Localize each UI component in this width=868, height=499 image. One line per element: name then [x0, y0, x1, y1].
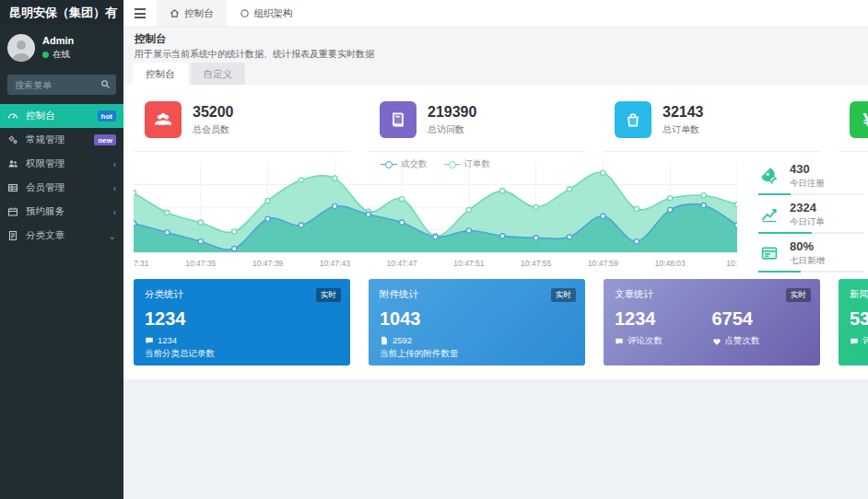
- brand-title: 昆明安保（集团）有: [0, 0, 123, 26]
- comment-icon: [615, 337, 624, 346]
- chart-legend: 成交数 订单数: [134, 158, 737, 170]
- card-icon: [758, 242, 780, 264]
- circle-icon: [240, 8, 250, 18]
- rocket-icon: [758, 165, 780, 187]
- search-icon[interactable]: [100, 79, 111, 89]
- heart-icon: [712, 337, 721, 346]
- side-stat-registrations: 430 今日注册: [751, 157, 868, 195]
- sidebar-item-booking[interactable]: 预约服务 ‹: [0, 200, 123, 224]
- sidebar-item-members[interactable]: 会员管理 ‹: [0, 176, 123, 200]
- sidebar-menu: 控制台 hot 常规管理 new: [0, 104, 123, 248]
- nav-tab-dashboard[interactable]: 控制台: [157, 0, 227, 27]
- card-value: 530: [850, 308, 868, 330]
- card-attachment-stats: 附件统计 实时 1043 2592 当前上传的附件数量: [369, 279, 585, 366]
- sidebar-item-label: 分类文章: [26, 229, 65, 242]
- card-sub-value: 2592: [393, 335, 412, 345]
- card-article-stats: 文章统计 实时 1234 评论次数 6754: [604, 279, 820, 366]
- page-header: 控制台 用于展示当前系统中的统计数据、统计报表及重要实时数据: [123, 28, 868, 59]
- card-sub-label: 点赞次数: [725, 335, 760, 347]
- side-stats: 430 今日注册 2324 今日订单: [751, 157, 868, 273]
- sidebar-item-label: 控制台: [26, 110, 55, 122]
- cogs-icon: [7, 134, 20, 145]
- user-name: Admin: [42, 35, 74, 46]
- nav-tab-organization[interactable]: 组织架构: [227, 0, 306, 27]
- sidebar-item-label: 预约服务: [26, 205, 65, 218]
- realtime-badge: 实时: [786, 288, 811, 302]
- realtime-badge: 实时: [316, 288, 341, 302]
- svg-text:10:47:35: 10:47:35: [185, 259, 216, 268]
- hot-badge: hot: [98, 110, 116, 122]
- users-icon: [7, 158, 20, 169]
- bottom-cards-row: 分类统计 实时 1234 1234 当前分类总记录数 附件统计 实时 1043 …: [134, 279, 868, 366]
- card-sub-label: 评论次数: [628, 335, 663, 347]
- user-panel[interactable]: Admin 在线: [0, 26, 123, 71]
- chart-line-icon: [758, 203, 780, 226]
- book-icon: [380, 101, 416, 138]
- legend-item-orders[interactable]: 订单数: [444, 158, 491, 170]
- stat-label: 总访问数: [428, 123, 476, 136]
- cny-icon: ¥: [850, 101, 868, 138]
- avatar: [7, 34, 35, 62]
- file-icon: [380, 336, 389, 345]
- user-status: 在线: [42, 49, 74, 61]
- sidebar-item-permissions[interactable]: 权限管理 ‹: [0, 152, 123, 176]
- side-stat-label: 今日订单: [790, 216, 825, 228]
- sidebar-item-label: 会员管理: [26, 181, 65, 194]
- card-title: 文章统计: [615, 288, 809, 301]
- content-tabs: 控制台 自定义: [123, 59, 868, 85]
- side-stat-value: 80%: [790, 239, 825, 253]
- orders-chart[interactable]: 成交数 订单数 7:3110:47:3510:47:3910:47:4310:4…: [134, 157, 737, 269]
- tab-custom[interactable]: 自定义: [191, 63, 246, 85]
- chevron-left-icon: ‹: [113, 207, 116, 217]
- legend-marker-icon: [381, 161, 397, 168]
- person-icon: [10, 38, 32, 62]
- side-stat-value: 2324: [790, 201, 825, 215]
- stat-value: 32143: [663, 104, 704, 121]
- svg-text:10:47:47: 10:47:47: [387, 259, 417, 268]
- comment-icon: [145, 336, 154, 345]
- realtime-badge: 实时: [551, 288, 576, 302]
- sidebar-item-general[interactable]: 常规管理 new: [0, 128, 123, 152]
- sidebar-item-articles[interactable]: 分类文章 ⌄: [0, 224, 123, 248]
- legend-label: 订单数: [464, 158, 491, 170]
- online-dot-icon: [42, 52, 49, 58]
- card-value: 6754: [712, 308, 810, 330]
- svg-text:7:31: 7:31: [134, 259, 149, 268]
- svg-text:10:47:59: 10:47:59: [588, 259, 618, 268]
- side-stat-orders-today: 2324 今日订单: [751, 195, 868, 234]
- progress-track: [758, 271, 864, 273]
- svg-text:10:48:03: 10:48:03: [655, 259, 686, 268]
- svg-text:10:48:: 10:48:: [726, 259, 737, 268]
- card-value: 1043: [380, 308, 574, 330]
- sidebar-item-dashboard[interactable]: 控制台 hot: [0, 104, 123, 128]
- card-desc: 当前分类总记录数: [145, 348, 339, 360]
- chevron-left-icon: ‹: [113, 159, 116, 169]
- stat-value: 35200: [193, 104, 234, 121]
- hamburger-menu-icon[interactable]: [123, 0, 157, 27]
- legend-item-deals[interactable]: 成交数: [381, 158, 428, 170]
- home-icon: [170, 8, 180, 18]
- svg-text:10:47:51: 10:47:51: [453, 259, 484, 268]
- legend-label: 成交数: [401, 158, 428, 170]
- sidebar-item-label: 权限管理: [26, 157, 65, 170]
- stat-card-orders: 32143 总订单数: [604, 92, 820, 152]
- stat-label: 总订单数: [663, 123, 704, 136]
- table-icon: [7, 182, 20, 193]
- card-value: 1234: [145, 308, 339, 330]
- svg-text:10:47:39: 10:47:39: [252, 259, 283, 268]
- sidebar-item-label: 常规管理: [26, 133, 65, 146]
- area-chart-canvas[interactable]: 7:3110:47:3510:47:3910:47:4310:47:4710:4…: [134, 157, 737, 269]
- nav-tab-label: 组织架构: [254, 7, 293, 20]
- sidebar: 昆明安保（集团）有 Admin 在线: [0, 0, 123, 499]
- stat-value: 219390: [428, 104, 476, 121]
- top-navbar: 控制台 组织架构: [123, 0, 868, 28]
- comment-icon: [850, 337, 859, 346]
- card-category-stats: 分类统计 实时 1234 1234 当前分类总记录数: [134, 279, 350, 366]
- card-desc: 当前上传的附件数量: [380, 348, 574, 360]
- chevron-down-icon: ⌄: [109, 231, 116, 241]
- shopping-bag-icon: [615, 101, 651, 138]
- card-news-stats: 新闻统计 实时 530 评论次数: [839, 279, 868, 366]
- stat-card-members: 35200 总会员数: [134, 92, 350, 152]
- card-title: 新闻统计: [850, 288, 868, 301]
- tab-console[interactable]: 控制台: [133, 63, 188, 85]
